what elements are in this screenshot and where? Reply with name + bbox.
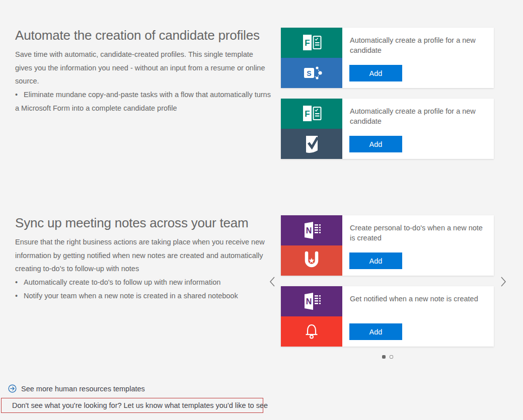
forms-icon: F bbox=[281, 28, 342, 58]
carousel-dot[interactable] bbox=[382, 355, 386, 359]
carousel-prev-button[interactable] bbox=[266, 274, 278, 289]
card-title: Create personal to-do's when a new note … bbox=[350, 223, 487, 243]
card-icon-column: N bbox=[281, 286, 342, 347]
card-title: Automatically create a profile for a new… bbox=[350, 106, 487, 126]
bullet-item: Automatically create to-do's to follow u… bbox=[15, 276, 272, 289]
svg-text:S: S bbox=[307, 69, 311, 77]
onenote-icon: N bbox=[281, 286, 342, 316]
section-heading: Sync up meeting notes across your team bbox=[15, 215, 249, 231]
card-title: Get notified when a new note is created bbox=[350, 294, 487, 304]
smartsheet-checkmark-icon bbox=[281, 129, 342, 159]
section-bullet-list: Automatically create to-do's to follow u… bbox=[15, 276, 272, 302]
card-icon-column: F bbox=[281, 99, 342, 159]
template-card[interactable]: F S Automatically create a profile bbox=[281, 28, 494, 88]
bullet-item: Eliminate mundane copy-and-paste tasks w… bbox=[15, 88, 272, 115]
section-heading: Automate the creation of candidate profi… bbox=[15, 28, 260, 43]
template-card[interactable]: N Get notified when a new note is create… bbox=[281, 286, 494, 347]
carousel-dots bbox=[281, 355, 494, 359]
card-icon-column: N ★ bbox=[281, 215, 342, 276]
card-icon-column: F S bbox=[281, 28, 342, 88]
onenote-icon: N bbox=[281, 215, 342, 245]
add-button[interactable]: Add bbox=[349, 65, 402, 81]
svg-text:N: N bbox=[306, 297, 312, 306]
notification-bell-icon bbox=[281, 316, 342, 347]
section-description: Ensure that the right business actions a… bbox=[15, 235, 272, 276]
svg-text:F: F bbox=[305, 38, 310, 48]
svg-text:★: ★ bbox=[309, 257, 315, 265]
template-card[interactable]: N ★ Create personal to-do's when a new n… bbox=[281, 215, 494, 276]
section-description: Save time with automatic, candidate-crea… bbox=[15, 48, 272, 88]
template-card[interactable]: F Automatically create a profile for a n… bbox=[281, 99, 494, 159]
svg-text:F: F bbox=[305, 109, 310, 119]
add-button[interactable]: Add bbox=[349, 323, 402, 340]
bullet-item: Notify your team when a new note is crea… bbox=[15, 289, 272, 303]
add-button[interactable]: Add bbox=[349, 253, 402, 269]
sharepoint-icon: S bbox=[281, 58, 342, 88]
chevron-right-icon bbox=[499, 275, 507, 288]
svg-text:N: N bbox=[306, 226, 312, 235]
see-more-link[interactable]: See more human resources templates bbox=[8, 384, 145, 393]
arrow-circle-icon bbox=[8, 384, 17, 393]
templates-page: Automate the creation of candidate profi… bbox=[0, 0, 523, 420]
card-title: Automatically create a profile for a new… bbox=[350, 35, 487, 55]
section-bullet-list: Eliminate mundane copy-and-paste tasks w… bbox=[15, 88, 272, 115]
forms-icon: F bbox=[281, 99, 342, 129]
feedback-link[interactable]: Don't see what you're looking for? Let u… bbox=[1, 398, 263, 413]
add-button[interactable]: Add bbox=[349, 136, 402, 152]
carousel-next-button[interactable] bbox=[497, 274, 509, 289]
feedback-label: Don't see what you're looking for? Let u… bbox=[12, 401, 268, 409]
chevron-left-icon bbox=[268, 275, 276, 288]
carousel-dot[interactable] bbox=[390, 355, 393, 359]
wunderlist-icon: ★ bbox=[281, 245, 342, 276]
see-more-label: See more human resources templates bbox=[21, 385, 145, 393]
